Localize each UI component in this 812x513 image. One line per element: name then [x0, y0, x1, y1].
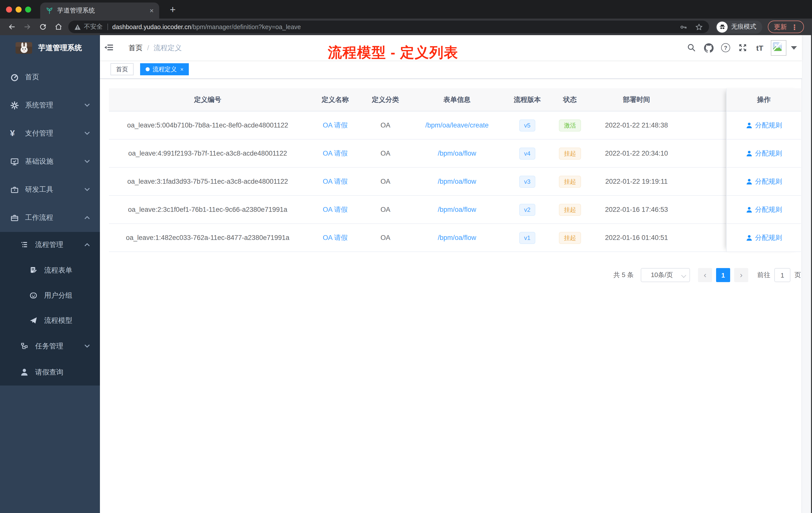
password-key-icon[interactable]	[679, 23, 688, 31]
bookmark-star-icon[interactable]	[695, 23, 703, 31]
sidebar-toggle-icon[interactable]	[105, 43, 114, 52]
tab-close-icon[interactable]: ×	[150, 7, 154, 14]
chevron-up-icon	[84, 216, 90, 219]
page-content: 定义编号 定义名称 定义分类 表单信息 流程版本 状态 部署时间 oa_leav…	[100, 79, 802, 282]
sidebar-item-label: 支付管理	[25, 129, 53, 138]
breadcrumb: 首页/流程定义	[128, 35, 182, 60]
col-header-form-info: 表单信息	[407, 95, 507, 104]
assign-rule-button[interactable]: 分配规则	[746, 233, 782, 242]
help-icon[interactable]: ?	[717, 35, 734, 60]
definition-name-link[interactable]: OA 请假	[323, 234, 348, 241]
definition-name-link[interactable]: OA 请假	[323, 149, 348, 157]
page-size-select[interactable]: 10条/页	[641, 268, 690, 282]
assign-rule-button[interactable]: 分配规则	[746, 205, 782, 214]
definition-name-link[interactable]: OA 请假	[323, 177, 348, 185]
paper-plane-icon	[29, 316, 38, 325]
person-icon	[746, 122, 753, 129]
next-page-button[interactable]: ›	[734, 268, 748, 282]
search-icon[interactable]	[683, 35, 700, 60]
status-badge: 挂起	[559, 204, 581, 216]
sidebar-item-workflow[interactable]: 工作流程	[0, 204, 100, 232]
org-tree-icon	[20, 342, 29, 351]
goto-page-input[interactable]	[774, 268, 790, 282]
forward-icon[interactable]	[20, 20, 35, 34]
cell-category: OA	[364, 234, 407, 241]
avatar-dropdown-caret-icon[interactable]	[791, 46, 797, 50]
sidebar-item-process-form[interactable]: 流程表单	[0, 258, 100, 283]
update-button[interactable]: 更新 ⋮	[768, 21, 804, 33]
cell-category: OA	[364, 121, 407, 129]
form-link[interactable]: /bpm/oa/flow	[438, 234, 476, 241]
form-link[interactable]: /bpm/oa/flow	[438, 178, 476, 185]
traffic-light-zoom[interactable]	[25, 6, 31, 12]
prev-page-button[interactable]: ‹	[698, 268, 712, 282]
chevron-down-icon	[84, 188, 90, 191]
home-icon[interactable]	[51, 20, 66, 34]
sidebar-item-process-management[interactable]: 流程管理	[0, 232, 100, 258]
definition-table: 定义编号 定义名称 定义分类 表单信息 流程版本 状态 部署时间 oa_leav…	[109, 88, 801, 252]
sidebar-item-label: 用户分组	[44, 291, 72, 300]
briefcase-icon	[10, 213, 19, 222]
tab-strip: 芋道管理系统 × +	[0, 0, 812, 19]
new-tab-button[interactable]: +	[166, 3, 179, 17]
sidebar-item-user-group[interactable]: 用户分组	[0, 283, 100, 308]
page-scrollbar[interactable]	[802, 35, 811, 513]
traffic-light-minimize[interactable]	[16, 6, 22, 12]
address-bar[interactable]: 不安全 dashboard.yudao.iocoder.cn/bpm/manag…	[68, 21, 709, 33]
browser-menu-icon[interactable]: ⋮	[791, 23, 798, 31]
sidebar-item-system[interactable]: 系统管理	[0, 91, 100, 119]
tag-home[interactable]: 首页	[111, 63, 134, 75]
app-logo[interactable]: 芋道管理系统	[0, 35, 100, 60]
browser-window: 芋道管理系统 × + 不安全 d	[0, 0, 812, 513]
github-icon[interactable]	[700, 35, 717, 60]
sidebar-item-label: 请假查询	[35, 368, 63, 377]
sidebar-item-infrastructure[interactable]: 基础设施	[0, 148, 100, 176]
breadcrumb-home[interactable]: 首页	[128, 44, 143, 52]
browser-tab[interactable]: 芋道管理系统 ×	[40, 2, 159, 19]
sidebar-item-payment[interactable]: ¥ 支付管理	[0, 119, 100, 148]
back-icon[interactable]	[4, 20, 20, 34]
update-label[interactable]: 更新	[774, 22, 787, 31]
tag-close-icon[interactable]: ×	[180, 66, 183, 72]
form-link[interactable]: /bpm/oa/leave/create	[425, 121, 489, 129]
version-badge: v1	[519, 232, 535, 244]
sidebar-item-label: 工作流程	[25, 213, 53, 222]
toolbox-icon	[10, 185, 19, 194]
cell-definition-id: oa_leave:5:004b710b-7b8a-11ec-8ef0-acde4…	[109, 121, 306, 129]
assign-rule-button[interactable]: 分配规则	[746, 149, 782, 158]
cell-definition-id: oa_leave:3:1fad3d93-7b75-11ec-a3c8-acde4…	[109, 178, 306, 185]
sidebar-item-task-management[interactable]: 任务管理	[0, 333, 100, 359]
avatar[interactable]	[771, 40, 786, 56]
page-number-active[interactable]: 1	[716, 268, 730, 282]
assign-rule-button[interactable]: 分配规则	[746, 177, 782, 186]
definition-name-link[interactable]: OA 请假	[323, 206, 348, 213]
incognito-label: 无痕模式	[731, 23, 756, 31]
assign-rule-button[interactable]: 分配规则	[746, 121, 782, 130]
cell-definition-id: oa_leave:2:3c1f0ef1-76b1-11ec-9c66-a2380…	[109, 206, 306, 213]
sidebar-item-label: 基础设施	[25, 157, 53, 166]
col-header-definition-id: 定义编号	[109, 95, 306, 104]
traffic-light-close[interactable]	[6, 6, 12, 12]
form-link[interactable]: /bpm/oa/flow	[438, 150, 476, 157]
sidebar-item-leave-query[interactable]: 请假查询	[0, 359, 100, 386]
browser-toolbar: 不安全 dashboard.yudao.iocoder.cn/bpm/manag…	[0, 19, 812, 35]
main-area: 首页/流程定义 流程模型 - 定义列表 ? tT	[100, 35, 802, 513]
sidebar-item-home[interactable]: 首页	[0, 63, 100, 91]
tag-process-definition[interactable]: 流程定义 ×	[140, 63, 189, 75]
gear-icon	[10, 101, 19, 110]
sidebar-menu: 首页 系统管理 ¥ 支付管理	[0, 60, 100, 386]
definition-name-link[interactable]: OA 请假	[323, 121, 348, 129]
tag-label: 首页	[116, 65, 128, 73]
sidebar-item-label: 首页	[25, 73, 39, 82]
reload-icon[interactable]	[35, 20, 51, 34]
fullscreen-icon[interactable]	[734, 35, 751, 60]
table-row: oa_leave:3:1fad3d93-7b75-11ec-a3c8-acde4…	[109, 168, 801, 196]
sidebar-item-dev-tools[interactable]: 研发工具	[0, 176, 100, 204]
table-row: oa_leave:1:482ec033-762a-11ec-8477-a2380…	[109, 224, 801, 252]
fixed-operations-column: 操作 分配规则 分配规则 分配规则 分配规则 分配规则	[726, 88, 801, 252]
font-size-icon[interactable]: tT	[751, 35, 768, 60]
form-link[interactable]: /bpm/oa/flow	[438, 206, 476, 213]
sidebar-item-process-model[interactable]: 流程模型	[0, 308, 100, 333]
status-badge: 挂起	[559, 147, 581, 159]
security-label[interactable]: 不安全	[84, 23, 103, 31]
